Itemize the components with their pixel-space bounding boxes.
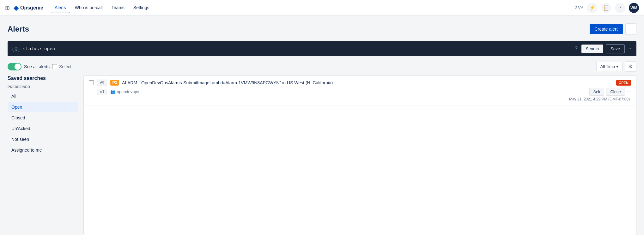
- nav-links: Alerts Who is on-call Teams Settings: [51, 3, 573, 13]
- alert-timestamp: May 21, 2021 4:29 PM (GMT-07:00): [89, 97, 631, 101]
- time-filter-label: All Time: [600, 64, 615, 69]
- help-icon-btn[interactable]: ?: [615, 3, 625, 13]
- select-label: Select: [59, 64, 71, 69]
- alert-actions: Ack Close ···: [589, 88, 631, 96]
- filter-settings-button[interactable]: ⚙: [625, 61, 636, 72]
- sidebar-title: Saved searches: [8, 75, 78, 81]
- sidebar-item-closed[interactable]: Closed: [8, 113, 78, 123]
- see-all-alerts-label: See all alerts: [24, 64, 50, 69]
- select-container: Select: [52, 64, 76, 69]
- page-header-actions: Create alert ···: [590, 23, 637, 35]
- sidebar-item-open[interactable]: Open: [8, 102, 78, 112]
- nav-alerts[interactable]: Alerts: [51, 3, 70, 13]
- close-button[interactable]: Close: [606, 88, 625, 96]
- status-badge: OPEN: [616, 80, 631, 86]
- content-area: Saved searches PREDEFINED All Open Close…: [8, 75, 636, 235]
- search-query-icon: {Q}: [11, 46, 21, 52]
- lightning-icon-btn[interactable]: ⚡: [587, 3, 597, 13]
- toolbar-row: See all alerts Select All Time ▾ ⚙: [8, 61, 636, 72]
- search-bar: {Q} ? Search Save ···: [8, 41, 636, 56]
- avatar[interactable]: WM: [629, 3, 639, 13]
- grid-icon[interactable]: ⊞: [5, 4, 10, 11]
- save-search-button[interactable]: Save: [606, 44, 625, 53]
- logo[interactable]: ◆ Opsgenie: [14, 4, 43, 12]
- nav-settings[interactable]: Settings: [130, 3, 153, 13]
- sidebar-item-all[interactable]: All: [8, 91, 78, 101]
- table-row: #9 P3 ALARM: "OpenDevOpsAlarms-SubmitIma…: [84, 76, 636, 105]
- search-button[interactable]: Search: [581, 45, 603, 53]
- page-header: Alerts Create alert ···: [8, 23, 636, 35]
- toolbar-left: See all alerts Select: [8, 63, 596, 70]
- priority-badge: P3: [110, 80, 119, 86]
- sidebar-item-not-seen[interactable]: Not seen: [8, 134, 78, 144]
- alert-row-bottom: x1 👥 opendevops Ack Close ···: [89, 88, 631, 96]
- sidebar-section-label: PREDEFINED: [8, 85, 78, 89]
- see-all-alerts-toggle[interactable]: See all alerts: [8, 63, 50, 70]
- create-alert-button[interactable]: Create alert: [590, 24, 623, 34]
- alert-team-name[interactable]: opendevops: [117, 89, 139, 94]
- toggle-knob: [15, 63, 21, 70]
- search-help-icon[interactable]: ?: [575, 46, 578, 51]
- toolbar-right: All Time ▾ ⚙: [596, 61, 636, 72]
- sidebar-item-assigned-to-me[interactable]: Assigned to me: [8, 145, 78, 155]
- logo-text: Opsgenie: [20, 5, 43, 11]
- alert-number: #9: [97, 80, 107, 86]
- alerts-list: #9 P3 ALARM: "OpenDevOpsAlarms-SubmitIma…: [83, 75, 636, 235]
- topnav-right: 33% ⚡ 📋 ? WM: [575, 3, 639, 13]
- alert-team: 👥 opendevops: [110, 89, 139, 94]
- clipboard-icon-btn[interactable]: 📋: [601, 3, 611, 13]
- nav-who-is-on-call[interactable]: Who is on-call: [71, 3, 106, 13]
- ack-button[interactable]: Ack: [589, 88, 605, 96]
- alert-title[interactable]: ALARM: "OpenDevOpsAlarms-SubmitImageLamb…: [122, 80, 613, 85]
- alert-count: x1: [97, 89, 107, 95]
- percentage-label[interactable]: 33%: [575, 5, 583, 10]
- opsgenie-logo-icon: ◆: [14, 4, 18, 12]
- page-title: Alerts: [8, 25, 29, 33]
- alert-checkbox[interactable]: [89, 80, 94, 85]
- time-filter-dropdown[interactable]: All Time ▾: [596, 62, 623, 71]
- sidebar-item-unacked[interactable]: Un'Acked: [8, 124, 78, 134]
- page-more-button[interactable]: ···: [625, 23, 636, 35]
- alert-row-top: #9 P3 ALARM: "OpenDevOpsAlarms-SubmitIma…: [89, 80, 631, 86]
- select-all-checkbox[interactable]: [52, 64, 57, 69]
- search-more-button[interactable]: ···: [629, 46, 633, 51]
- top-navigation: ⊞ ◆ Opsgenie Alerts Who is on-call Teams…: [0, 0, 644, 16]
- chevron-down-icon: ▾: [616, 64, 618, 69]
- sidebar: Saved searches PREDEFINED All Open Close…: [8, 75, 83, 235]
- nav-teams[interactable]: Teams: [108, 3, 128, 13]
- search-input[interactable]: [23, 46, 572, 51]
- main-container: Alerts Create alert ··· {Q} ? Search Sav…: [0, 16, 644, 235]
- toggle-switch[interactable]: [8, 63, 21, 70]
- alert-more-button[interactable]: ···: [627, 89, 631, 95]
- team-icon: 👥: [110, 89, 115, 94]
